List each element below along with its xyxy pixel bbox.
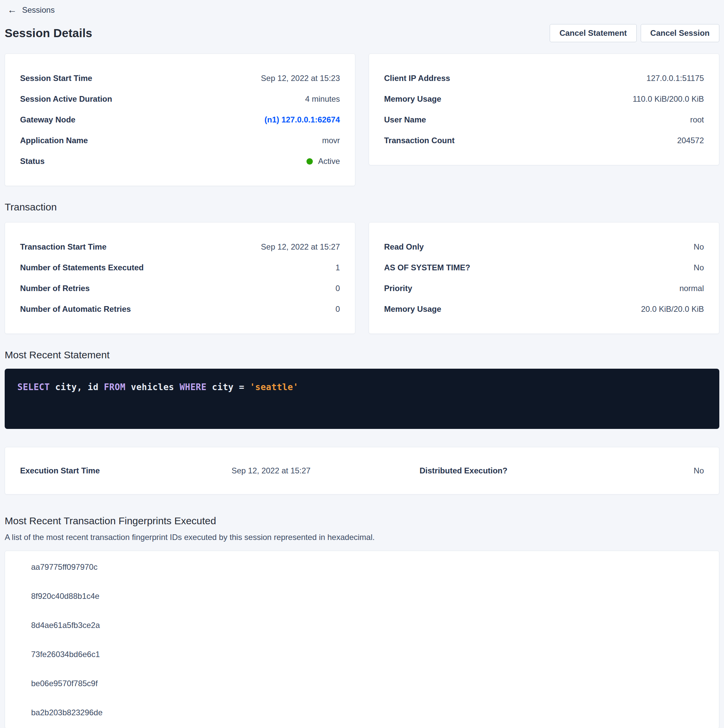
breadcrumb-label: Sessions — [22, 5, 55, 15]
session-summary-card-right: Client IP Address 127.0.0.1:51175 Memory… — [369, 54, 719, 165]
transaction-section-heading: Transaction — [5, 201, 719, 213]
table-row: Transaction Start Time Sep 12, 2022 at 1… — [20, 237, 340, 257]
txn-memory-usage-label: Memory Usage — [384, 304, 441, 314]
priority-label: Priority — [384, 284, 412, 293]
as-of-system-time-value: No — [693, 263, 704, 272]
table-row: Priority normal — [384, 278, 704, 299]
automatic-retries-value: 0 — [335, 304, 340, 314]
statement-section-heading: Most Recent Statement — [5, 349, 719, 361]
session-active-duration-value: 4 minutes — [305, 94, 340, 104]
list-item: be06e9570f785c9f — [5, 669, 719, 698]
list-item: 73fe26034bd6e6c1 — [5, 640, 719, 669]
sql-text: city = — [207, 382, 249, 392]
transaction-count-value: 204572 — [677, 136, 704, 145]
distributed-execution-value: No — [600, 466, 704, 476]
transaction-card-right: Read Only No AS OF SYSTEM TIME? No Prior… — [369, 222, 719, 334]
execution-card: Execution Start Time Sep 12, 2022 at 15:… — [5, 447, 719, 494]
list-item: aa79775ff097970c — [5, 552, 719, 581]
memory-usage-label: Memory Usage — [384, 94, 441, 104]
statements-executed-value: 1 — [335, 263, 340, 272]
transaction-card-left: Transaction Start Time Sep 12, 2022 at 1… — [5, 222, 355, 334]
retries-value: 0 — [335, 284, 340, 293]
sql-text: vehicles — [126, 382, 180, 392]
statements-executed-label: Number of Statements Executed — [20, 263, 144, 272]
table-row: Session Active Duration 4 minutes — [20, 89, 340, 109]
table-row: Status Active — [20, 151, 340, 171]
page-title: Session Details — [5, 26, 92, 40]
gateway-node-link[interactable]: (n1) 127.0.0.1:62674 — [265, 115, 340, 124]
table-row: Session Start Time Sep 12, 2022 at 15:23 — [20, 68, 340, 89]
table-row: Number of Statements Executed 1 — [20, 257, 340, 278]
as-of-system-time-label: AS OF SYSTEM TIME? — [384, 263, 470, 272]
fingerprints-section-heading: Most Recent Transaction Fingerprints Exe… — [5, 515, 719, 527]
automatic-retries-label: Number of Automatic Retries — [20, 304, 131, 314]
sql-statement-box: SELECT city, id FROM vehicles WHERE city… — [5, 369, 719, 429]
txn-memory-usage-value: 20.0 KiB/20.0 KiB — [641, 304, 704, 314]
sql-keyword: SELECT — [17, 382, 50, 392]
cancel-session-button[interactable]: Cancel Session — [641, 24, 719, 42]
header-actions: Cancel Statement Cancel Session — [550, 24, 719, 42]
transaction-start-time-value: Sep 12, 2022 at 15:27 — [261, 242, 340, 252]
session-summary-card-left: Session Start Time Sep 12, 2022 at 15:23… — [5, 54, 355, 186]
list-item: 8f920c40d88b1c4e — [5, 581, 719, 610]
sql-string-literal: 'seattle' — [250, 382, 298, 392]
page-header: Session Details Cancel Statement Cancel … — [5, 24, 719, 42]
transaction-section: Transaction Start Time Sep 12, 2022 at 1… — [5, 222, 719, 334]
status-badge: Active — [306, 157, 340, 166]
user-name-label: User Name — [384, 115, 426, 124]
client-ip-label: Client IP Address — [384, 73, 450, 83]
execution-start-time-label: Execution Start Time — [20, 466, 231, 476]
application-name-label: Application Name — [20, 136, 88, 145]
read-only-label: Read Only — [384, 242, 424, 252]
distributed-execution-label: Distributed Execution? — [419, 466, 600, 476]
table-row: User Name root — [384, 109, 704, 130]
memory-usage-value: 110.0 KiB/200.0 KiB — [633, 94, 704, 104]
fingerprints-card: aa79775ff097970c 8f920c40d88b1c4e 8d4ae6… — [5, 551, 719, 728]
session-details-page: ← Sessions Session Details Cancel Statem… — [0, 0, 724, 728]
transaction-start-time-label: Transaction Start Time — [20, 242, 106, 252]
table-row: Memory Usage 20.0 KiB/20.0 KiB — [384, 299, 704, 320]
table-row: Memory Usage 110.0 KiB/200.0 KiB — [384, 89, 704, 109]
retries-label: Number of Retries — [20, 284, 90, 293]
read-only-value: No — [693, 242, 704, 252]
table-row: Application Name movr — [20, 130, 340, 151]
fingerprints-description: A list of the most recent transaction fi… — [5, 532, 719, 542]
priority-value: normal — [680, 284, 704, 293]
session-start-time-label: Session Start Time — [20, 73, 92, 83]
table-row: Number of Automatic Retries 0 — [20, 299, 340, 320]
sql-keyword: FROM — [104, 382, 126, 392]
status-label: Status — [20, 157, 44, 166]
status-value: Active — [318, 157, 340, 166]
table-row: Client IP Address 127.0.0.1:51175 — [384, 68, 704, 89]
table-row: Read Only No — [384, 237, 704, 257]
status-active-dot-icon — [306, 158, 313, 165]
sql-keyword: WHERE — [180, 382, 207, 392]
breadcrumb-back-sessions[interactable]: ← Sessions — [5, 3, 57, 17]
user-name-value: root — [690, 115, 704, 124]
list-item: ba2b203b823296de — [5, 698, 719, 727]
sql-text: city, id — [50, 382, 104, 392]
gateway-node-label: Gateway Node — [20, 115, 75, 124]
table-row: Gateway Node (n1) 127.0.0.1:62674 — [20, 109, 340, 130]
session-summary-section: Session Start Time Sep 12, 2022 at 15:23… — [5, 54, 719, 186]
execution-row: Execution Start Time Sep 12, 2022 at 15:… — [20, 466, 704, 476]
client-ip-value: 127.0.0.1:51175 — [646, 73, 704, 83]
list-item: 8d4ae61a5fb3ce2a — [5, 610, 719, 640]
execution-start-time-value: Sep 12, 2022 at 15:27 — [231, 466, 419, 476]
cancel-statement-button[interactable]: Cancel Statement — [550, 24, 636, 42]
back-arrow-icon: ← — [8, 5, 17, 15]
table-row: Number of Retries 0 — [20, 278, 340, 299]
session-start-time-value: Sep 12, 2022 at 15:23 — [261, 73, 340, 83]
transaction-count-label: Transaction Count — [384, 136, 455, 145]
table-row: AS OF SYSTEM TIME? No — [384, 257, 704, 278]
application-name-value: movr — [322, 136, 340, 145]
session-active-duration-label: Session Active Duration — [20, 94, 112, 104]
table-row: Transaction Count 204572 — [384, 130, 704, 151]
